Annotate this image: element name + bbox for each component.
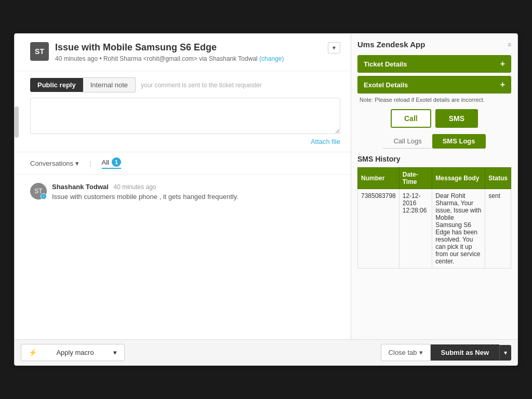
macro-label: Apply macro bbox=[56, 349, 94, 356]
ticket-details-section[interactable]: Ticket Details + bbox=[357, 55, 511, 73]
ticket-requester: Rohit Sharma <rohit@gmail.com> via Shash… bbox=[103, 55, 258, 62]
scroll-indicator bbox=[15, 107, 19, 138]
conv-separator: | bbox=[89, 159, 91, 167]
conversations-chevron: ▾ bbox=[75, 159, 79, 167]
submit-button[interactable]: Submit as New bbox=[431, 344, 499, 361]
msg-time: 40 minutes ago bbox=[113, 183, 156, 191]
conversations-label[interactable]: Conversations ▾ bbox=[30, 159, 79, 167]
public-reply-tab[interactable]: Public reply bbox=[30, 78, 83, 92]
attach-file-row: Attach file bbox=[30, 138, 340, 145]
sms-col-number: Number bbox=[358, 168, 400, 189]
attach-file-link[interactable]: Attach file bbox=[311, 138, 340, 145]
conv-all-tab[interactable]: All 1 bbox=[102, 157, 121, 169]
exotel-details-label: Exotel Details bbox=[364, 81, 408, 89]
change-link[interactable]: (change) bbox=[259, 55, 284, 62]
conv-all-label: All bbox=[102, 158, 109, 166]
reply-tabs: Public reply Internal note your comment … bbox=[30, 77, 340, 92]
close-tab-button[interactable]: Close tab ▾ bbox=[381, 344, 431, 361]
ticket-time: 40 minutes ago bbox=[55, 55, 98, 62]
avatar: ST bbox=[30, 42, 49, 61]
sms-cell-number: 7385083798 bbox=[358, 189, 400, 269]
sms-cell-datetime: 12-12-2016 12:28:06 bbox=[399, 189, 432, 269]
main-window: ST Issue with Mobile Samsung S6 Edge 40 … bbox=[14, 33, 518, 366]
msg-avatar-badge: + bbox=[41, 193, 47, 200]
right-panel-title: Ums Zendesk App bbox=[357, 40, 425, 49]
action-buttons: Call SMS bbox=[357, 109, 511, 128]
ticket-title: Issue with Mobile Samsung S6 Edge bbox=[55, 42, 284, 53]
sms-logs-tab[interactable]: SMS Logs bbox=[432, 134, 486, 149]
submit-dropdown-button[interactable]: ▾ bbox=[499, 345, 511, 361]
exotel-details-plus: + bbox=[500, 80, 505, 89]
msg-content: Shashank Todwal 40 minutes ago Issue wit… bbox=[52, 183, 238, 201]
dot-separator: • bbox=[99, 55, 103, 62]
exotel-details-section[interactable]: Exotel Details + bbox=[357, 76, 511, 94]
ticket-dropdown-button[interactable]: ▾ bbox=[328, 42, 340, 54]
right-panel: Ums Zendesk App ≡ Ticket Details + Exote… bbox=[351, 34, 517, 339]
conversations-bar: Conversations ▾ | All 1 bbox=[15, 152, 351, 175]
macro-chevron: ▾ bbox=[113, 349, 117, 356]
sms-col-status: Status bbox=[485, 168, 511, 189]
reload-note: Note: Please reload if Exotel details ar… bbox=[357, 97, 511, 103]
sms-button[interactable]: SMS bbox=[435, 109, 478, 128]
message-item: ST + Shashank Todwal 40 minutes ago Issu… bbox=[30, 183, 340, 201]
call-button[interactable]: Call bbox=[391, 109, 431, 128]
avatar-initials: ST bbox=[35, 47, 44, 56]
sms-cell-message: Dear Rohit Sharma, Your issue, Issue wit… bbox=[432, 189, 485, 269]
conv-all-badge: 1 bbox=[112, 157, 121, 167]
reply-input[interactable] bbox=[30, 98, 340, 134]
msg-avatar: ST + bbox=[30, 183, 47, 200]
left-panel: ST Issue with Mobile Samsung S6 Edge 40 … bbox=[15, 34, 351, 339]
apply-macro-button[interactable]: ⚡ Apply macro ▾ bbox=[21, 344, 125, 361]
conversations-text: Conversations bbox=[30, 159, 73, 167]
sms-history-title: SMS History bbox=[357, 155, 511, 163]
ticket-meta: 40 minutes ago • Rohit Sharma <rohit@gma… bbox=[55, 55, 284, 62]
ticket-header-left: ST Issue with Mobile Samsung S6 Edge 40 … bbox=[30, 42, 284, 62]
right-panel-header: Ums Zendesk App ≡ bbox=[357, 40, 511, 49]
call-logs-tab[interactable]: Call Logs bbox=[383, 134, 432, 149]
ticket-details-plus: + bbox=[500, 59, 505, 69]
content-area: ST Issue with Mobile Samsung S6 Edge 40 … bbox=[15, 34, 517, 339]
bottom-toolbar: ⚡ Apply macro ▾ Close tab ▾ Submit as Ne… bbox=[15, 339, 517, 365]
close-tab-label: Close tab bbox=[389, 349, 417, 356]
msg-header: Shashank Todwal 40 minutes ago bbox=[52, 183, 238, 191]
msg-body: Issue with customers mobile phone , it g… bbox=[52, 193, 238, 201]
close-tab-chevron: ▾ bbox=[419, 349, 423, 356]
ticket-info: Issue with Mobile Samsung S6 Edge 40 min… bbox=[55, 42, 284, 62]
reply-hint: your comment is sent to the ticket reque… bbox=[141, 82, 262, 89]
bottom-right: Close tab ▾ Submit as New ▾ bbox=[381, 344, 511, 361]
internal-note-tab[interactable]: Internal note bbox=[83, 77, 136, 92]
sms-col-datetime: Date-Time bbox=[399, 168, 432, 189]
sms-table-row: 7385083798 12-12-2016 12:28:06 Dear Rohi… bbox=[358, 189, 511, 269]
message-thread: ST + Shashank Todwal 40 minutes ago Issu… bbox=[15, 175, 351, 209]
ticket-header: ST Issue with Mobile Samsung S6 Edge 40 … bbox=[15, 34, 351, 71]
sms-cell-status: sent bbox=[485, 189, 511, 269]
reply-area: Public reply Internal note your comment … bbox=[15, 71, 351, 152]
sms-table: Number Date-Time Message Body Status 738… bbox=[357, 167, 511, 269]
sms-col-message: Message Body bbox=[432, 168, 485, 189]
right-panel-collapse-icon[interactable]: ≡ bbox=[508, 41, 511, 48]
macro-icon: ⚡ bbox=[29, 349, 37, 356]
logs-tabs: Call Logs SMS Logs bbox=[357, 134, 511, 149]
ticket-details-label: Ticket Details bbox=[364, 60, 407, 68]
msg-sender: Shashank Todwal bbox=[52, 183, 109, 191]
